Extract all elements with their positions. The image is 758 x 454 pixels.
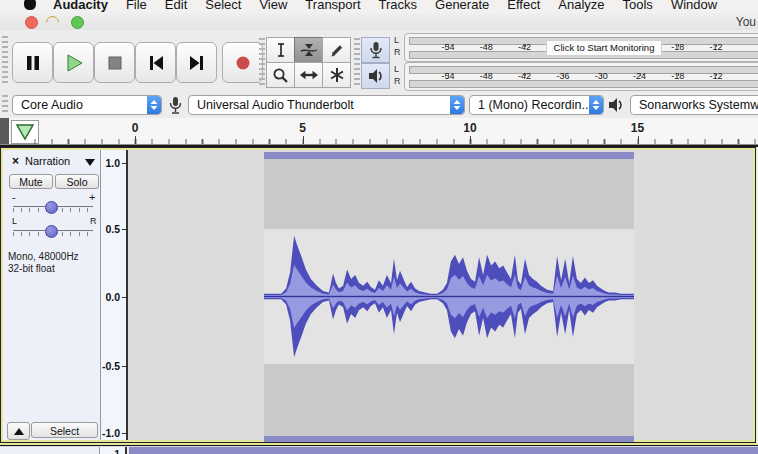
zoom-tool-button[interactable] <box>266 62 295 88</box>
timeline-corner <box>0 118 9 144</box>
track-control-panel: × Narration Mute Solo - + L R Mono, 4800… <box>3 150 101 440</box>
close-track-button[interactable]: × <box>9 155 22 168</box>
audio-waveform[interactable] <box>264 152 634 442</box>
vertical-scale-tick <box>122 229 126 230</box>
stepper-icon <box>589 96 603 114</box>
menu-item-audacity[interactable]: Audacity <box>44 0 117 12</box>
play-meter-button[interactable] <box>361 63 390 89</box>
vertical-scale-label: -1.0 <box>102 427 120 440</box>
menu-item-effect[interactable]: Effect <box>498 0 549 12</box>
track-2-scale-label: 1 <box>114 448 120 454</box>
pause-button[interactable] <box>12 42 53 83</box>
menu-item-generate[interactable]: Generate <box>426 0 498 12</box>
recording-device-select[interactable]: Universal Audio Thunderbolt <box>188 95 465 115</box>
vertical-scale-ruler[interactable]: 1.00.50.0-0.5-1.0 <box>101 150 128 440</box>
play-meter-left-label: L <box>394 64 399 74</box>
timeline-ruler[interactable]: 051015 <box>0 118 758 145</box>
track-2-clip[interactable] <box>129 447 758 454</box>
time-shift-tool-button[interactable] <box>294 62 323 88</box>
device-toolbar-grip[interactable] <box>2 95 8 115</box>
time-shift-tool-icon <box>300 69 318 81</box>
menu-item-analyze[interactable]: Analyze <box>549 0 613 12</box>
audio-host-select[interactable]: Core Audio <box>12 95 162 115</box>
track-2-control-panel <box>0 447 100 454</box>
track-2-vertical-ruler[interactable]: 1 <box>100 447 127 454</box>
playback-meter-scale-tick <box>563 73 564 76</box>
track-format-line2: 32-bit float <box>8 263 55 275</box>
skip-to-start-button[interactable] <box>135 42 176 83</box>
speaker-icon <box>367 67 385 85</box>
track-canvas[interactable] <box>130 150 753 440</box>
audacity-window: AudacityFileEditSelectViewTransportTrack… <box>0 0 758 454</box>
stop-icon <box>106 54 124 72</box>
track-2-partial: 1 <box>0 447 758 454</box>
skip-to-start-icon <box>146 54 166 72</box>
timeline-minor-ticks <box>28 139 758 144</box>
multi-tool-button[interactable] <box>322 62 351 88</box>
multi-tool-icon <box>329 67 345 83</box>
recording-meter-scale-tick <box>486 44 487 47</box>
selection-tool-icon <box>273 42 289 58</box>
apple-menu-icon[interactable] <box>24 0 36 10</box>
timeline-major-tick <box>135 136 136 144</box>
menu-item-transport[interactable]: Transport <box>296 0 369 12</box>
recording-meter-scale-tick <box>525 44 526 47</box>
menu-bar: AudacityFileEditSelectViewTransportTrack… <box>0 0 758 14</box>
vertical-scale-tick <box>122 433 126 434</box>
close-window-button[interactable] <box>25 16 38 29</box>
record-button[interactable] <box>222 42 263 83</box>
vertical-scale-tick <box>122 163 126 164</box>
playback-meter-scale-tick <box>716 73 717 76</box>
vertical-scale-tick <box>122 366 126 367</box>
recording-meter-scale-tick <box>448 44 449 47</box>
playback-meter-scale-tick <box>486 73 487 76</box>
playback-device-select[interactable]: Sonarworks Systemwid <box>630 95 758 115</box>
pause-icon <box>24 54 42 72</box>
pan-slider-thumb[interactable] <box>45 225 58 238</box>
select-track-button[interactable]: Select <box>31 422 98 438</box>
gain-slider-thumb[interactable] <box>45 201 58 214</box>
playback-meter[interactable]: -54-48-42-36-30-24-18-12 <box>404 62 758 91</box>
recording-channels-select[interactable]: 1 (Mono) Recordin... <box>469 95 604 115</box>
vertical-scale-label: 1.0 <box>105 157 120 170</box>
timeline-label: 5 <box>299 121 306 135</box>
playback-meter-scale-tick <box>448 73 449 76</box>
toolbar-area: L R L R -54-48-42-36-30-24-18-12Click to… <box>0 30 758 93</box>
menu-item-tools[interactable]: Tools <box>614 0 662 12</box>
caret-up-icon <box>14 423 24 435</box>
play-meter-right-label: R <box>394 76 401 86</box>
mute-button[interactable]: Mute <box>9 174 53 189</box>
draw-tool-button[interactable] <box>322 37 351 63</box>
menu-item-file[interactable]: File <box>117 0 156 12</box>
transport-toolbar-grip[interactable] <box>2 36 8 86</box>
monitoring-prompt[interactable]: Click to Start Monitoring <box>546 40 662 56</box>
solo-button[interactable]: Solo <box>55 174 99 189</box>
menu-item-select[interactable]: Select <box>196 0 250 12</box>
menu-item-view[interactable]: View <box>250 0 296 12</box>
selection-tool-button[interactable] <box>266 37 295 63</box>
pan-right-label: R <box>90 216 97 227</box>
collapse-track-button[interactable] <box>7 422 30 440</box>
play-button[interactable] <box>53 42 94 83</box>
vertical-scale-tick <box>122 297 126 298</box>
zoom-window-button[interactable] <box>71 16 84 29</box>
recording-meter[interactable]: -54-48-42-36-30-24-18-12Click to Start M… <box>404 33 758 62</box>
record-meter-button[interactable] <box>361 37 390 63</box>
skip-to-end-button[interactable] <box>176 42 217 83</box>
menu-item-edit[interactable]: Edit <box>156 0 196 12</box>
playback-meter-scale-tick <box>601 73 602 76</box>
menu-item-tracks[interactable]: Tracks <box>370 0 427 12</box>
envelope-tool-button[interactable] <box>294 37 323 63</box>
minimize-window-button[interactable] <box>43 13 61 31</box>
tools-toolbar-grip[interactable] <box>259 38 265 86</box>
gain-max-label: + <box>89 192 95 203</box>
timeline-label: 0 <box>132 121 139 135</box>
record-meter-left-label: L <box>394 35 399 45</box>
track-name-menu[interactable]: Narration <box>25 154 97 169</box>
menu-item-window[interactable]: Window <box>662 0 726 12</box>
record-meter-right-label: R <box>394 47 401 57</box>
stop-button[interactable] <box>94 42 135 83</box>
timeline-label: 15 <box>631 121 644 135</box>
meter-toolbar-grip[interactable] <box>354 38 360 86</box>
playback-meter-scale-tick <box>640 73 641 76</box>
